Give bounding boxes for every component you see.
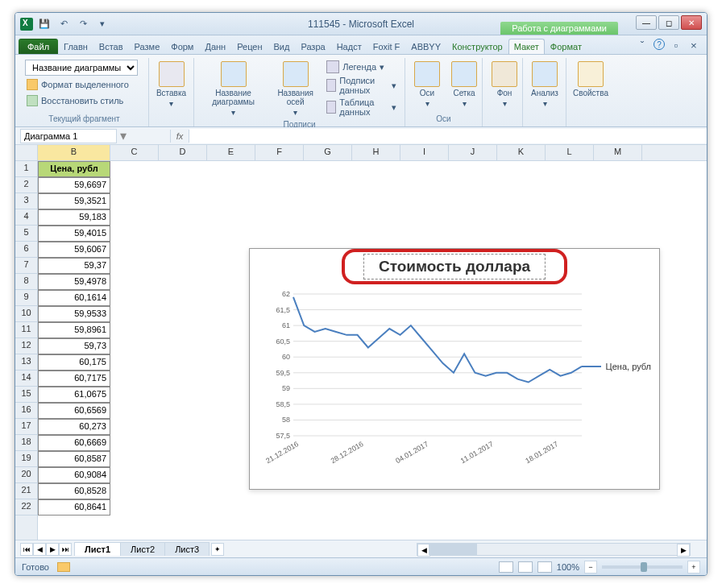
column-header[interactable]: D [159, 145, 207, 160]
window-restore-button[interactable]: ▫ [670, 39, 683, 52]
zoom-in-button[interactable]: + [687, 561, 700, 574]
reset-style-button[interactable]: Восстановить стиль [25, 93, 125, 108]
format-selection-button[interactable]: Формат выделенного [25, 77, 131, 92]
background-button[interactable]: Фон▾ [488, 60, 521, 110]
cell[interactable]: 60,8528 [38, 483, 110, 499]
cell[interactable]: 60,175 [38, 354, 110, 371]
cell[interactable]: 60,6669 [38, 435, 110, 451]
tab-макет[interactable]: Макет [508, 39, 545, 54]
properties-button[interactable]: Свойства [571, 60, 610, 99]
row-header[interactable]: 10 [15, 306, 37, 322]
cell[interactable]: 60,8587 [38, 451, 110, 467]
sheet-nav-next[interactable]: ▶ [46, 543, 59, 556]
chart-title[interactable]: Стоимость доллара [363, 254, 546, 280]
row-header[interactable]: 8 [15, 274, 37, 290]
row-header[interactable]: 17 [15, 419, 37, 435]
view-page-layout-button[interactable] [518, 561, 533, 573]
axes-button[interactable]: Оси▾ [410, 60, 444, 110]
data-labels-button[interactable]: Подписи данных ▾ [323, 75, 400, 96]
undo-button[interactable]: ↶ [56, 16, 72, 32]
cell[interactable]: 60,273 [38, 419, 110, 435]
row-header[interactable]: 6 [15, 242, 37, 258]
tab-вид[interactable]: Вид [268, 39, 296, 54]
cell[interactable]: 60,9084 [38, 467, 110, 483]
row-header[interactable]: 1 [15, 161, 37, 177]
column-headers[interactable]: BCDEFGHIJKLM [38, 145, 707, 161]
row-header[interactable]: 5 [15, 226, 37, 242]
cell[interactable]: 59,6697 [38, 177, 110, 193]
axis-titles-button[interactable]: Названия осей▾ [271, 60, 320, 118]
tab-разра[interactable]: Разра [295, 39, 330, 54]
tab-надст[interactable]: Надст [331, 39, 367, 54]
column-header[interactable]: F [255, 145, 304, 160]
column-header[interactable]: L [546, 145, 594, 160]
cell[interactable]: 61,0675 [38, 387, 110, 403]
cell[interactable]: 60,1614 [38, 290, 110, 306]
chart-title-button[interactable]: Название диаграммы▾ [199, 60, 268, 118]
minimize-ribbon-button[interactable]: ˇ [636, 39, 649, 52]
tab-формат[interactable]: Формат [545, 39, 587, 54]
column-header[interactable]: K [497, 145, 546, 160]
tab-данн[interactable]: Данн [199, 39, 231, 54]
maximize-button[interactable]: ◻ [658, 15, 679, 30]
zoom-out-button[interactable]: − [584, 561, 597, 574]
new-sheet-button[interactable]: ✦ [211, 543, 224, 556]
cell[interactable]: 59,6067 [38, 242, 110, 258]
row-header[interactable]: 19 [15, 451, 37, 467]
column-header[interactable]: E [207, 145, 255, 160]
cell-header[interactable]: Цена, рубл [38, 161, 110, 177]
cell[interactable]: 59,8961 [38, 322, 110, 338]
sheet-tab[interactable]: Лист3 [164, 542, 210, 556]
view-page-break-button[interactable] [537, 561, 552, 573]
cell[interactable]: 59,4015 [38, 226, 110, 242]
column-header[interactable]: C [110, 145, 159, 160]
cell[interactable]: 59,3521 [38, 193, 110, 209]
row-header[interactable]: 20 [15, 467, 37, 483]
row-header[interactable]: 13 [15, 354, 37, 371]
row-header[interactable]: 12 [15, 338, 37, 354]
cell[interactable]: 59,9533 [38, 306, 110, 322]
row-header[interactable]: 4 [15, 209, 37, 226]
tab-file[interactable]: Файл [19, 39, 58, 54]
row-header[interactable]: 14 [15, 371, 37, 387]
scroll-thumb[interactable] [429, 544, 477, 555]
legend-button[interactable]: Легенда ▾ [323, 60, 400, 74]
zoom-slider[interactable] [602, 565, 683, 569]
column-header[interactable]: H [352, 145, 400, 160]
insert-button[interactable]: Вставка▾ [154, 60, 189, 110]
select-all-corner[interactable] [15, 145, 38, 161]
sheet-tab[interactable]: Лист1 [74, 542, 121, 556]
formula-input[interactable] [189, 129, 707, 143]
window-close-button[interactable]: × [687, 39, 700, 52]
help-button[interactable]: ? [654, 39, 665, 50]
sheet-nav-last[interactable]: ⏭ [59, 543, 72, 556]
row-header[interactable]: 3 [15, 193, 37, 209]
row-header[interactable]: 15 [15, 387, 37, 403]
close-button[interactable]: ✕ [681, 15, 702, 30]
chart-plot-area[interactable]: 57,55858,55959,56060,56161,56221.12.2016… [264, 289, 587, 474]
scroll-right-button[interactable]: ▶ [677, 544, 690, 557]
cell[interactable]: 60,6569 [38, 403, 110, 419]
tab-главн[interactable]: Главн [58, 39, 93, 54]
row-header[interactable]: 9 [15, 290, 37, 306]
embedded-chart[interactable]: Стоимость доллара 57,55858,55959,56060,5… [249, 248, 660, 490]
fx-label[interactable]: fx [170, 130, 189, 143]
column-header[interactable]: I [400, 145, 449, 160]
sheet-nav-first[interactable]: ⏮ [20, 543, 33, 556]
column-header[interactable]: M [594, 145, 642, 160]
tab-конструктор[interactable]: Конструктор [446, 39, 508, 54]
view-normal-button[interactable] [499, 561, 513, 573]
tab-abbyy[interactable]: ABBYY [405, 39, 446, 54]
cell[interactable]: 59,73 [38, 338, 110, 354]
gridlines-button[interactable]: Сетка▾ [447, 60, 481, 110]
row-header[interactable]: 18 [15, 435, 37, 451]
column-header[interactable]: J [449, 145, 497, 160]
horizontal-scrollbar[interactable]: ◀ ▶ [417, 543, 691, 556]
column-header[interactable]: B [38, 145, 110, 160]
analysis-button[interactable]: Анализ▾ [528, 60, 562, 110]
chart-legend[interactable]: Цена, рубл [582, 362, 651, 371]
cell[interactable]: 59,183 [38, 209, 110, 226]
data-table-button[interactable]: Таблица данных ▾ [323, 97, 400, 118]
tab-рецен[interactable]: Рецен [231, 39, 268, 54]
worksheet-grid[interactable]: BCDEFGHIJKLM 123456789101112131415161718… [15, 145, 707, 540]
